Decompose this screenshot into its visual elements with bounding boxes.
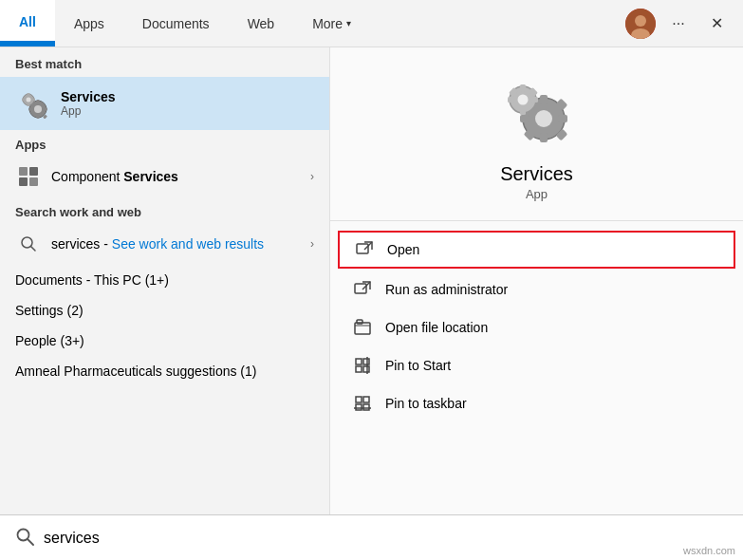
svg-point-24: [535, 110, 552, 127]
open-icon: [355, 240, 374, 259]
best-match-item[interactable]: Services App: [0, 77, 329, 130]
tab-documents-label: Documents: [142, 16, 210, 31]
avatar[interactable]: [625, 9, 656, 39]
see-web-results-link: See work and web results: [112, 236, 264, 252]
tab-more-label: More: [312, 16, 343, 31]
svg-rect-35: [520, 84, 526, 92]
app-detail-name: Services: [500, 163, 573, 185]
svg-rect-53: [363, 397, 369, 402]
run-as-admin-label: Run as administrator: [385, 282, 508, 297]
search-input[interactable]: [44, 530, 728, 547]
apps-section-label: Apps: [0, 130, 329, 156]
actions-list: Open Run as administrator: [330, 221, 743, 430]
services-detail-icon: [499, 76, 575, 152]
svg-rect-19: [19, 177, 28, 186]
tab-apps[interactable]: Apps: [55, 0, 123, 47]
svg-rect-43: [355, 284, 366, 293]
close-icon: ✕: [711, 14, 723, 32]
best-match-header: Best match: [0, 47, 329, 77]
top-bar: All Apps Documents Web More ▾ ··· ✕: [0, 0, 743, 47]
search-web-item[interactable]: services - See work and web results ›: [0, 223, 329, 265]
svg-rect-16: [32, 99, 35, 102]
more-options-button[interactable]: ···: [663, 9, 694, 39]
close-button[interactable]: ✕: [701, 9, 732, 39]
app-detail-type: App: [526, 187, 548, 201]
svg-point-12: [27, 98, 31, 103]
open-file-location-action[interactable]: Open file location: [330, 308, 743, 346]
svg-rect-13: [28, 93, 30, 96]
top-bar-right: ··· ✕: [625, 9, 743, 39]
svg-rect-49: [356, 366, 362, 372]
people-category[interactable]: People (3+): [0, 326, 329, 356]
open-file-location-label: Open file location: [385, 320, 488, 335]
pin-to-start-action[interactable]: Pin to Start: [330, 346, 743, 384]
open-action[interactable]: Open: [338, 231, 735, 269]
run-as-admin-action[interactable]: Run as administrator: [330, 271, 743, 308]
svg-rect-25: [540, 95, 548, 104]
svg-rect-27: [520, 115, 529, 122]
pin-to-taskbar-icon: [353, 394, 372, 413]
search-web-icon: [15, 231, 42, 257]
open-file-location-icon: [353, 318, 372, 337]
best-match-text: Services App: [61, 89, 116, 118]
svg-rect-45: [355, 323, 370, 334]
svg-rect-20: [29, 177, 38, 186]
search-work-web-header: Search work and web: [0, 197, 329, 223]
watermark: wsxdn.com: [683, 545, 735, 556]
svg-rect-26: [540, 133, 548, 142]
documents-category[interactable]: Documents - This PC (1+): [0, 265, 329, 295]
amneal-category[interactable]: Amneal Pharmaceuticals suggestions (1): [0, 356, 329, 386]
tab-all[interactable]: All: [0, 0, 55, 47]
pin-to-start-icon: [353, 356, 372, 375]
svg-point-34: [517, 95, 528, 105]
svg-rect-47: [356, 359, 362, 364]
svg-point-4: [34, 105, 42, 113]
open-label: Open: [387, 242, 419, 257]
svg-line-22: [31, 247, 36, 252]
svg-rect-8: [44, 108, 47, 111]
svg-rect-18: [29, 167, 38, 176]
svg-rect-55: [363, 404, 369, 410]
right-panel: Services App Open: [330, 47, 743, 514]
pin-to-start-label: Pin to Start: [385, 358, 451, 373]
component-services-item[interactable]: Component Services ›: [0, 156, 329, 197]
run-as-admin-icon: [353, 280, 372, 299]
app-detail: Services App: [330, 47, 743, 221]
svg-rect-48: [363, 359, 369, 364]
pin-to-taskbar-action[interactable]: Pin to taskbar: [330, 384, 743, 422]
tab-documents[interactable]: Documents: [123, 0, 229, 47]
component-services-icon: [15, 163, 42, 190]
ellipsis-icon: ···: [672, 15, 684, 32]
svg-point-1: [635, 15, 646, 27]
svg-rect-52: [356, 397, 362, 402]
search-query: services: [51, 236, 100, 252]
svg-rect-7: [28, 108, 32, 111]
search-web-arrow-icon: ›: [310, 237, 314, 251]
svg-rect-28: [558, 115, 567, 122]
settings-category[interactable]: Settings (2): [0, 295, 329, 326]
svg-rect-36: [520, 107, 526, 115]
more-chevron-icon: ▾: [346, 18, 351, 28]
main-container: Best match: [0, 47, 743, 514]
svg-rect-41: [357, 244, 368, 253]
svg-rect-37: [508, 97, 515, 103]
svg-rect-17: [19, 167, 28, 176]
services-icon: [15, 86, 49, 121]
tab-web[interactable]: Web: [229, 0, 294, 47]
best-match-type: App: [61, 104, 116, 118]
left-panel: Best match: [0, 47, 330, 514]
svg-rect-15: [22, 99, 25, 102]
search-bar: [0, 514, 743, 560]
tab-all-label: All: [19, 14, 36, 29]
svg-rect-5: [37, 100, 40, 103]
svg-rect-46: [357, 320, 362, 324]
best-match-name: Services: [61, 89, 116, 104]
svg-rect-54: [356, 404, 362, 410]
search-separator: -: [103, 236, 112, 252]
component-services-arrow-icon: ›: [310, 170, 314, 183]
svg-rect-6: [37, 115, 40, 119]
svg-rect-50: [363, 366, 369, 372]
search-web-text: services - See work and web results: [51, 236, 301, 252]
svg-line-58: [28, 539, 33, 545]
tab-more[interactable]: More ▾: [293, 0, 370, 47]
